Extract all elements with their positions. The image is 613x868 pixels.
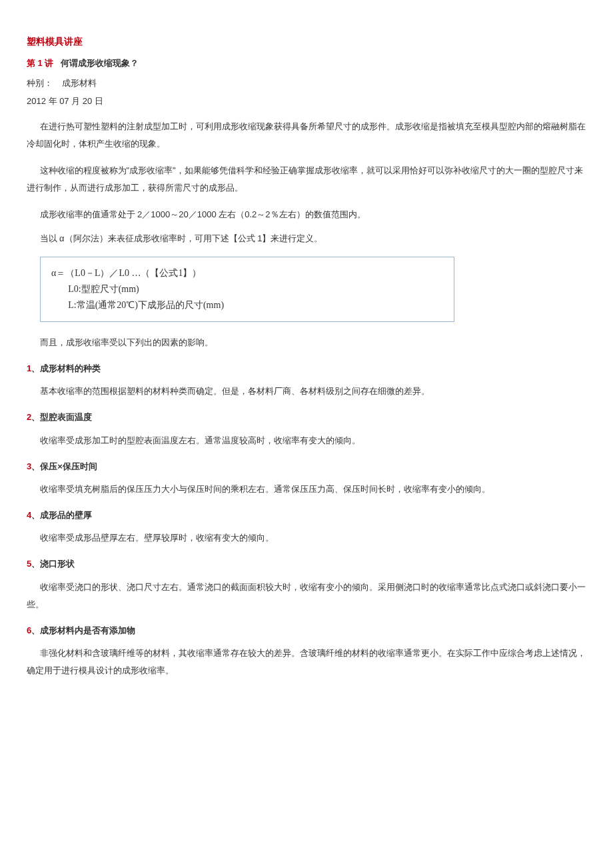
paragraph-5: 而且，成形收缩率受以下列出的因素的影响。 [27, 334, 586, 351]
section-body-3: 收缩率受填充树脂后的保压压力大小与保压时间的乘积左右。通常保压压力高、保压时间长… [27, 481, 586, 498]
section-body-5: 收缩率受浇口的形状、浇口尺寸左右。通常浇口的截面面积较大时，收缩有变小的倾向。采… [27, 579, 586, 613]
document-title: 塑料模具讲座 [27, 33, 586, 50]
section-title-4: 、成形品的壁厚 [31, 510, 92, 520]
category-value: 成形材料 [62, 78, 97, 88]
category-line: 种别： 成形材料 [27, 75, 586, 91]
section-heading-3: 3、保压×保压时间 [27, 459, 586, 474]
section-title-2: 、型腔表面温度 [31, 412, 92, 422]
section-heading-2: 2、型腔表面温度 [27, 409, 586, 425]
date-line: 2012 年 07 月 20 日 [27, 93, 586, 109]
formula-line-2: L0:型腔尺寸(mm) [51, 281, 443, 297]
formula-box: α＝（L0－L）／L0 …（【公式1】） L0:型腔尺寸(mm) L:常温(通常… [40, 257, 454, 321]
section-title-6: 、成形材料内是否有添加物 [31, 625, 135, 635]
section-body-2: 收缩率受成形加工时的型腔表面温度左右。通常温度较高时，收缩率有变大的倾向。 [27, 432, 586, 449]
section-title-3: 、保压×保压时间 [31, 461, 97, 471]
paragraph-3: 成形收缩率的值通常处于 2／1000～20／1000 左右（0.2～2％左右）的… [27, 206, 586, 223]
lecture-title: 第 1 讲 何谓成形收缩现象？ [27, 55, 586, 71]
section-heading-6: 6、成形材料内是否有添加物 [27, 623, 586, 638]
category-label: 种别： [27, 78, 53, 88]
section-title-5: 、浇口形状 [31, 559, 75, 569]
section-body-4: 收缩率受成形品壁厚左右。壁厚较厚时，收缩有变大的倾向。 [27, 529, 586, 547]
section-heading-1: 1、成形材料的种类 [27, 361, 586, 376]
formula-line-3: L:常温(通常20℃)下成形品的尺寸(mm) [51, 297, 443, 313]
section-heading-4: 4、成形品的壁厚 [27, 507, 586, 523]
section-heading-5: 5、浇口形状 [27, 556, 586, 571]
formula-line-1: α＝（L0－L）／L0 …（【公式1】） [51, 265, 443, 281]
lecture-name: 何谓成形收缩现象？ [61, 58, 139, 68]
section-title-1: 、成形材料的种类 [31, 363, 101, 373]
paragraph-4: 当以 α（阿尔法）来表征成形收缩率时，可用下述【公式 1】来进行定义。 [27, 230, 586, 247]
paragraph-1: 在进行热可塑性塑料的注射成型加工时，可利用成形收缩现象获得具备所希望尺寸的成形件… [27, 118, 586, 153]
paragraph-2: 这种收缩的程度被称为"成形收缩率"，如果能够凭借科学和经验正确掌握成形收缩率，就… [27, 162, 586, 197]
lecture-number: 第 1 讲 [27, 58, 53, 68]
section-body-6: 非强化材料和含玻璃纤维等的材料，其收缩率通常存在较大的差异。含玻璃纤维的材料的收… [27, 645, 586, 679]
section-body-1: 基本收缩率的范围根据塑料的材料种类而确定。但是，各材料厂商、各材料级别之间存在细… [27, 383, 586, 400]
